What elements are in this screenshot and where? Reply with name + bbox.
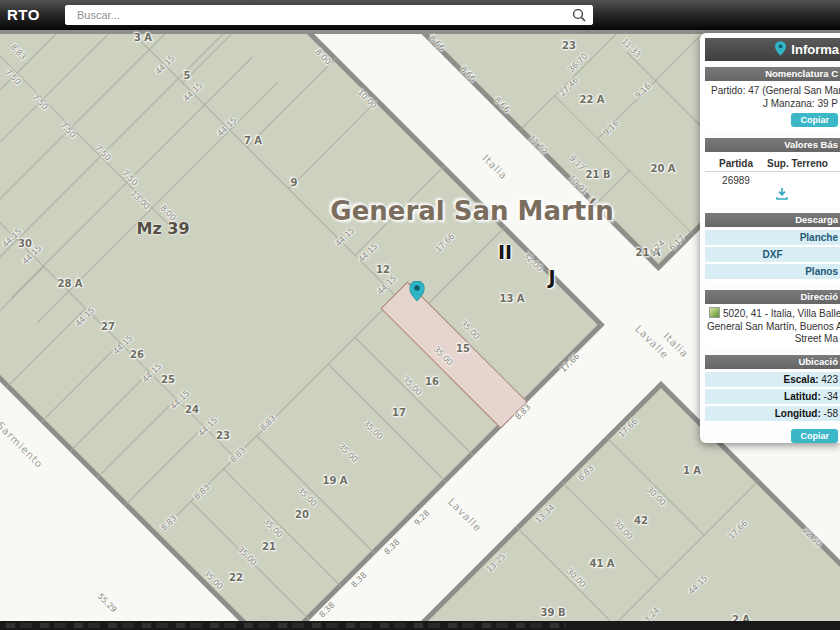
copy-ubicacion-button[interactable]: Copiar [791,429,838,443]
parcel-line [0,2,197,229]
parcel-label: 30 [18,238,32,249]
parcel-label: 20 A [650,163,675,174]
parcel-label: 19 A [322,475,347,486]
manzana-label: Mz 39 [136,219,189,238]
direccion-link[interactable]: Street Ma [705,333,840,346]
parcel-label: 22 A [579,94,604,105]
search-icon[interactable] [572,8,586,22]
download-item[interactable]: Planos [705,264,840,279]
parcel-label: 3 A [134,32,152,43]
parcel-line [223,468,343,588]
parcel-label: 22 [229,572,243,583]
download-item[interactable]: Planche [705,230,840,245]
parcel-label: 23 [562,40,576,51]
panel-header: Informa [705,38,840,61]
city-title: General San Martín [330,196,613,226]
parcel-label: 21 B [585,169,610,180]
parcel-line [0,31,226,258]
section-descargas: Descarga [705,213,840,227]
parcel-line [0,266,45,347]
section-nomenclatura: Nomenclatura C [705,67,840,81]
parcel-label: 12 [376,264,390,275]
download-icon[interactable] [776,191,788,202]
section-direccion: Direcció [705,290,840,304]
direccion-line1: 5020, 41 - Italia, Villa Balle [723,308,840,319]
parcel-label: 7 A [244,135,262,146]
parcel-label: 24 [185,404,199,415]
parcel-line [69,371,150,452]
parcel-label: 23 [216,430,230,441]
parcel-label: 5 [184,70,191,81]
parcel-label: 42 [634,515,648,526]
search-input[interactable] [65,5,593,25]
parcel-label: 1 A [683,465,701,476]
col-partida: Partida [705,158,767,169]
map-pin-icon[interactable] [410,281,425,305]
search-box [65,5,593,25]
app-logo: RTO [7,6,40,23]
parcel-line [256,435,376,555]
parcel-label: 27 [101,321,115,332]
parcel-line [176,283,409,516]
nomenclatura-line2: J Manzana: 39 P [705,97,840,110]
parcel-label: 21 [262,541,276,552]
parcel-label: 41 A [589,558,614,569]
parcel-label: 9 [291,177,298,188]
parcel-label: 17 [392,407,406,418]
zone-label: J [548,266,555,288]
section-ubicacion: Ubicació [705,355,840,369]
panel-title: Informa [791,42,839,57]
street-name-label: Sarmiento [0,420,45,471]
street-name-label: Lavalle [446,496,484,534]
nomenclatura-line1: Partido: 47 (General San Martín) C [705,84,840,97]
top-navbar: RTO [0,0,840,30]
parcel-label: 26 [130,349,144,360]
direccion-line2: General San Martín, Buenos Aire [705,321,840,334]
parcel-label: 28 A [57,278,82,289]
attribution-bar [0,621,840,630]
parcel-label: 39 B [540,607,565,618]
ubicacion-row: Escala: 423 [705,372,840,387]
osm-icon [709,307,720,318]
parcel-label: 13 A [499,293,524,304]
parcel-line [575,479,760,630]
zone-label: II [498,241,512,263]
section-valores: Valores Bás [705,138,840,152]
panel-pin-icon [775,41,786,59]
parcel-label: 20 [295,509,309,520]
download-item[interactable]: DXF [705,247,840,262]
ubicacion-row: Latitud: -34 [705,389,840,404]
parcel-line [289,98,380,189]
parcel-line [137,38,394,295]
parcel-label: 16 [425,376,439,387]
partida-value: 26989 [705,175,767,186]
street-name-label: Italia [480,152,509,181]
info-panel: Informa Nomenclatura C Partido: 47 (Gene… [700,33,840,443]
dimension-label: 55.29 [96,592,119,615]
parcel-label: 15 [456,343,470,354]
attribution-text-blur [6,623,566,628]
col-sup-terreno: Sup. Terreno [767,158,828,169]
ubicacion-row: Longitud: -58 [705,406,840,421]
copy-nomenclatura-button[interactable]: Copiar [791,113,838,127]
app-window: 3 A57 A91213 A15161719 A2021222324252627… [0,0,840,630]
parcel-label: 25 [161,374,175,385]
